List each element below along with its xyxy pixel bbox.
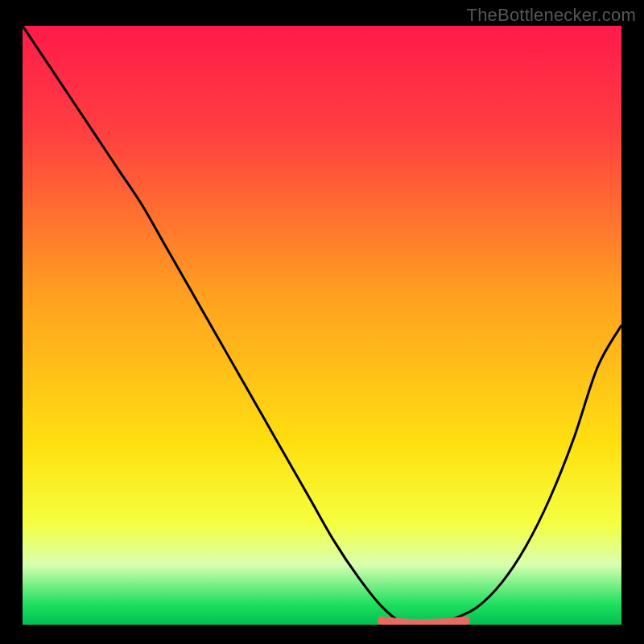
chart-frame [23, 26, 621, 625]
optimal-range-marker [382, 621, 465, 624]
attribution-text: TheBottlenecker.com [467, 5, 636, 26]
bottleneck-chart [23, 26, 621, 625]
